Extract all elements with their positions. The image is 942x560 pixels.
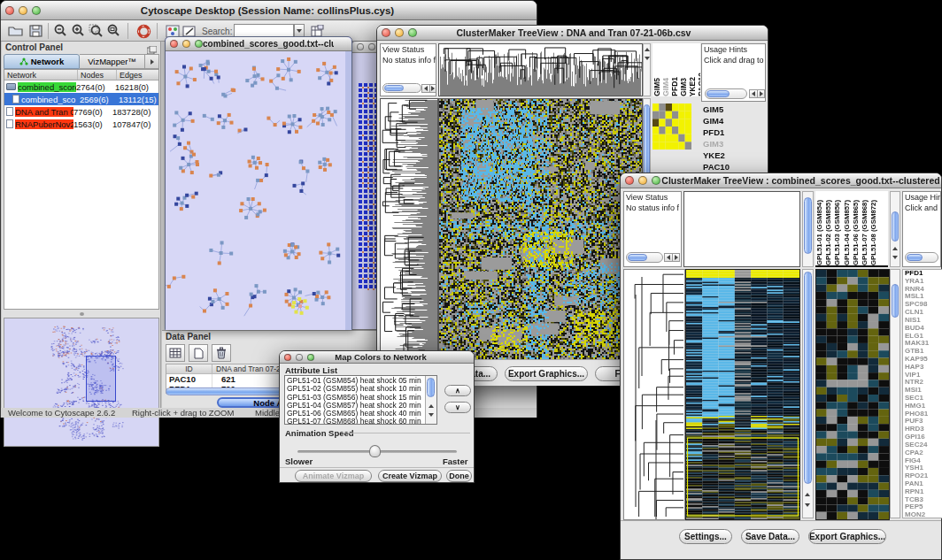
tab-network[interactable]: Network (4, 54, 80, 69)
slider-thumb[interactable] (369, 445, 381, 457)
network-list-header[interactable]: Network Nodes Edges (4, 70, 158, 81)
treeview2-titlebar[interactable]: ClusterMaker TreeView : combined_scores_… (621, 173, 941, 188)
gene-label[interactable]: GIM5 (703, 104, 763, 115)
row-dendrogram-canvas[interactable] (380, 98, 438, 360)
gene-label[interactable]: YKE2 (703, 150, 763, 161)
save-data-button[interactable]: Save Data... (741, 529, 799, 544)
zoom-selected-button[interactable] (87, 23, 104, 39)
array-label[interactable]: GPL51-08 (GSM872) (869, 200, 878, 265)
gene-label[interactable]: GIM4 (703, 115, 763, 127)
row-dendrogram-canvas[interactable] (623, 269, 685, 520)
vscrollbar[interactable] (425, 376, 436, 424)
column-label[interactable]: GIM5 (652, 78, 661, 96)
attribute-select-button[interactable] (166, 344, 185, 362)
tab-vizmapper[interactable]: VizMapper™ (80, 54, 145, 69)
minimize-icon[interactable] (19, 6, 27, 15)
heatmap-canvas[interactable] (438, 98, 643, 360)
array-label[interactable]: GPL51-07 (GSM868) (861, 200, 869, 265)
zoom-heatmap-canvas[interactable] (652, 104, 691, 150)
network-list-row[interactable]: RNAPuberNov2+ 1563(0) 107847(0) (4, 118, 158, 130)
column-dendrogram-area[interactable] (683, 191, 800, 267)
overview-viewport-rect[interactable] (86, 356, 116, 402)
maximize-icon[interactable] (307, 354, 314, 361)
array-label[interactable]: GPL51-04 (GSM857) (843, 200, 852, 265)
heatmap-canvas[interactable] (685, 269, 800, 520)
column-dendrogram-canvas[interactable] (438, 43, 643, 96)
zoom-in-button[interactable] (69, 23, 87, 39)
column-label[interactable]: PFD1 (670, 77, 679, 96)
column-label[interactable]: PAC10 (697, 73, 700, 96)
gene-label[interactable]: GIM3 (703, 138, 763, 150)
delete-attribute-button[interactable] (212, 344, 231, 362)
panel-splitter[interactable] (4, 311, 159, 317)
scroll-right-button[interactable] (672, 253, 680, 262)
close-icon[interactable] (625, 176, 634, 185)
network-overview-canvas[interactable] (4, 318, 158, 446)
open-session-button[interactable] (6, 23, 24, 39)
array-label[interactable]: GPL51-06 (GSM865) (852, 200, 861, 265)
column-header[interactable]: Network (4, 70, 77, 80)
scroll-thumb[interactable] (427, 378, 435, 397)
settings-button[interactable]: Settings... (679, 529, 732, 544)
minimize-icon[interactable] (368, 43, 375, 50)
hscrollbar[interactable] (626, 252, 663, 263)
vscrollbar[interactable] (802, 191, 814, 267)
scroll-thumb[interactable] (628, 254, 647, 261)
scroll-thumb[interactable] (907, 254, 923, 261)
array-label[interactable]: GPL51-03 (GSM856) (833, 200, 842, 265)
export-graphics-button[interactable]: Export Graphics... (505, 366, 588, 381)
close-icon[interactable] (357, 43, 364, 50)
main-titlebar[interactable]: Cytoscape Desktop (Session Name: collins… (1, 1, 537, 20)
network-list-row[interactable]: DNA and Tran 07 7769(0) 183728(0) (4, 105, 158, 118)
dialog-titlebar[interactable]: Map Colors to Network (280, 351, 474, 364)
scroll-thumb[interactable] (384, 85, 404, 91)
scroll-thumb[interactable] (644, 104, 650, 182)
gene-label[interactable]: PAC10 (703, 161, 763, 173)
animate-vizmap-button[interactable]: Animate Vizmap (295, 470, 372, 482)
attribute-listbox[interactable]: GPL51-01 (GSM854) heat shock 05 minGPL51… (284, 375, 437, 425)
minimize-icon[interactable] (296, 354, 303, 361)
zoom-heatmap-canvas[interactable] (815, 269, 890, 520)
close-icon[interactable] (5, 6, 14, 15)
network-view-canvas[interactable] (166, 51, 351, 330)
search-input[interactable] (234, 24, 294, 37)
done-button[interactable]: Done (446, 470, 472, 482)
minimize-icon[interactable] (182, 40, 190, 48)
scroll-thumb[interactable] (804, 197, 812, 254)
column-label[interactable]: GIM4 (661, 78, 670, 96)
gene-label[interactable]: PFD1 (703, 127, 763, 138)
gene-label[interactable]: MON2 (905, 511, 942, 518)
column-scroll-strip[interactable] (643, 43, 651, 96)
maximize-icon[interactable] (408, 28, 417, 37)
close-icon[interactable] (382, 28, 390, 37)
vscrollbar[interactable] (802, 269, 814, 518)
scroll-thumb[interactable] (706, 90, 730, 97)
column-header[interactable]: Nodes (77, 70, 116, 80)
array-label[interactable]: GPL51-02 (GSM855) (824, 200, 833, 265)
hscrollbar[interactable] (705, 88, 747, 99)
minimize-icon[interactable] (638, 176, 647, 185)
help-lifering-icon[interactable] (135, 23, 152, 39)
hscrollbar[interactable] (382, 83, 421, 93)
tab-overflow-button[interactable] (145, 54, 159, 69)
move-down-button[interactable]: ∨ (444, 402, 471, 413)
zoom-out-button[interactable] (51, 23, 69, 39)
close-icon[interactable] (170, 40, 178, 48)
vscrollbar[interactable] (890, 191, 900, 267)
hscrollbar[interactable] (905, 252, 938, 263)
minimize-icon[interactable] (395, 28, 404, 37)
close-icon[interactable] (284, 354, 291, 361)
export-graphics-button[interactable]: Export Graphics... (808, 529, 886, 544)
column-label[interactable]: YKE2 (688, 77, 697, 96)
array-label[interactable]: GPL51-01 (GSM854) (815, 200, 824, 265)
scroll-thumb[interactable] (804, 272, 812, 484)
search-dropdown-button[interactable] (294, 24, 305, 37)
treeview1-titlebar[interactable]: ClusterMaker TreeView : DNA and Tran 07-… (377, 26, 768, 41)
network-list-row[interactable]: combined_scores 2764(0) 16218(0) (4, 81, 158, 93)
attribute-item[interactable]: GPL51-07 (GSM868) heat shock 60 min (285, 418, 425, 425)
save-session-button[interactable] (27, 23, 44, 39)
scroll-right-button[interactable] (757, 89, 765, 98)
scroll-thumb[interactable] (892, 284, 899, 318)
create-vizmap-button[interactable]: Create Vizmap (378, 470, 442, 482)
move-up-button[interactable]: ∧ (444, 385, 471, 396)
